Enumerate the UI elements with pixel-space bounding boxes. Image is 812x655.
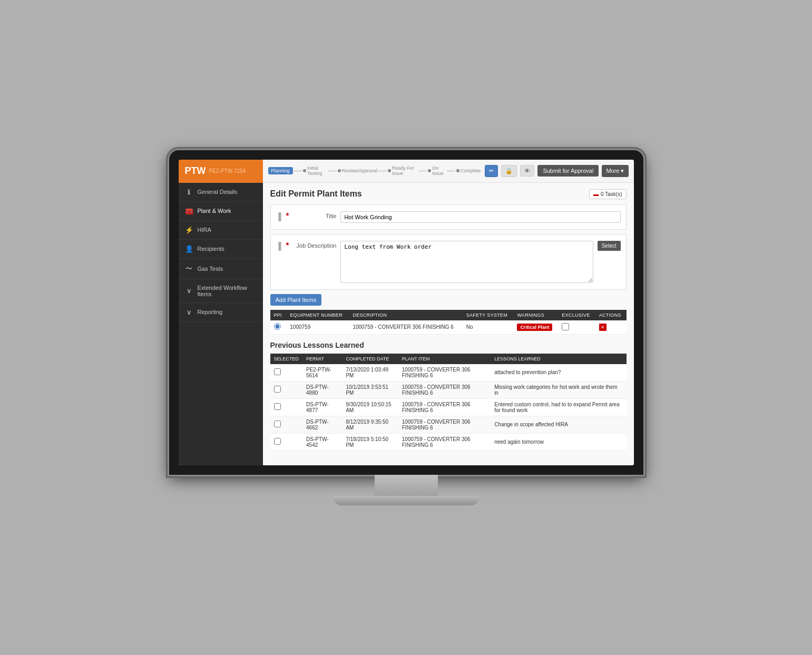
table-row: DS-PTW-4880 10/1/2019 3:53:51 PM 1000759… — [270, 381, 627, 398]
cell-warnings: Critical Plant — [513, 320, 558, 335]
sidebar-item-general-details[interactable]: ℹ General Details — [179, 183, 263, 202]
col-completed-date: COMPLETED DATE — [342, 354, 398, 364]
ppi-radio[interactable] — [274, 323, 281, 330]
table-row: PE2-PTW-5614 7/13/2020 1:03:49 PM 100075… — [270, 364, 627, 382]
cell-lesson-1: attached to prevention plan? — [491, 364, 626, 382]
more-button[interactable]: More ▾ — [602, 165, 628, 177]
cell-permit-4: DS-PTW-4662 — [302, 416, 342, 433]
monitor: PTW PE2-PTW-7254 ℹ General Details 🧰 Pla… — [169, 150, 643, 505]
chevron-down-icon-reporting: ∨ — [185, 308, 193, 316]
cell-lesson-4: Change in scope affected HIRA — [491, 416, 626, 433]
cell-permit-2: DS-PTW-4880 — [302, 381, 342, 398]
drag-handle-title[interactable]: ▐ — [276, 211, 281, 221]
required-star-title: ★ — [285, 211, 290, 217]
lightning-icon: ⚡ — [185, 226, 193, 234]
monitor-screen: PTW PE2-PTW-7254 ℹ General Details 🧰 Pla… — [169, 150, 643, 475]
job-desc-form-row: ▐ ★ Job Description Select — [276, 239, 621, 285]
lesson-checkbox-1[interactable] — [274, 368, 281, 375]
cell-permit-3: DS-PTW-4877 — [302, 398, 342, 416]
lock-button[interactable]: 🔒 — [501, 165, 517, 177]
page-title: Edit Permit Plant Items — [270, 189, 362, 199]
wf-step-initial-label: Initial Testing — [307, 165, 327, 176]
cell-date-5: 7/18/2019 5:10:50 PM — [342, 433, 398, 451]
edit-button[interactable]: ✏ — [485, 165, 498, 177]
sidebar-item-extended-workflow[interactable]: ∨ Extended Workflow Items — [179, 279, 263, 303]
screen-inner: PTW PE2-PTW-7254 ℹ General Details 🧰 Pla… — [179, 160, 634, 465]
cell-exclusive — [558, 320, 595, 335]
wf-line-1 — [294, 171, 302, 171]
permit-id-sidebar: PE2-PTW-7254 — [209, 168, 246, 174]
col-warnings: WARNINGS — [513, 310, 558, 320]
wf-dot-on-issue — [428, 169, 431, 172]
table-row: DS-PTW-4662 8/12/2019 9:35:50 AM 1000759… — [270, 416, 627, 433]
drag-handle-desc[interactable]: ▐ — [276, 241, 281, 250]
logo-text: PTW — [185, 165, 206, 177]
col-selected: SELECTED — [270, 354, 303, 364]
sidebar-logo: PTW PE2-PTW-7254 — [179, 160, 263, 183]
sidebar-navigation: ℹ General Details 🧰 Plant & Work ⚡ HIRA — [179, 183, 263, 465]
lessons-section-title: Previous Lessons Learned — [270, 341, 627, 349]
cell-plant-item-1: 1000759 - CONVERTER 306 FINISHING 6 — [398, 364, 491, 382]
cell-date-1: 7/13/2020 1:03:49 PM — [342, 364, 398, 382]
sidebar-label-gas-tests: Gas Tests — [198, 266, 223, 272]
wf-line-2 — [328, 171, 336, 171]
wf-line-5 — [447, 171, 455, 171]
sidebar-label-plant-work: Plant & Work — [198, 208, 231, 214]
sidebar-item-reporting[interactable]: ∨ Reporting — [179, 303, 263, 322]
cell-selected-4 — [270, 416, 303, 433]
plant-table-header: PPI EQUIPMENT NUMBER DESCRIPTION SAFETY … — [270, 310, 627, 320]
lesson-checkbox-3[interactable] — [274, 403, 281, 410]
person-icon: 👤 — [185, 245, 193, 253]
lessons-table: SELECTED PERMIT COMPLETED DATE PLANT ITE… — [270, 354, 627, 451]
info-icon: ℹ — [185, 188, 193, 196]
cell-lesson-5: need again tomorrow — [491, 433, 626, 451]
required-star-desc: ★ — [285, 241, 290, 247]
lesson-checkbox-5[interactable] — [274, 438, 281, 445]
sidebar-item-hira[interactable]: ⚡ HIRA — [179, 221, 263, 240]
cell-description: 1000759 - CONVERTER 306 FINISHING 6 — [349, 320, 462, 335]
title-input[interactable] — [340, 211, 620, 223]
col-permit: PERMIT — [302, 354, 342, 364]
minus-icon: ▬ — [593, 191, 599, 197]
col-description: DESCRIPTION — [349, 310, 462, 320]
workflow-steps: Planning Initial Testing — [268, 165, 481, 176]
lesson-checkbox-2[interactable] — [274, 386, 281, 393]
sidebar-label-recipients: Recipients — [198, 246, 224, 252]
sidebar-item-plant-work[interactable]: 🧰 Plant & Work — [179, 202, 263, 221]
cell-date-3: 9/30/2019 10:50:15 AM — [342, 398, 398, 416]
lesson-checkbox-4[interactable] — [274, 421, 281, 427]
cell-actions: ✕ — [595, 320, 627, 335]
select-button[interactable]: Select — [598, 241, 621, 251]
col-safety-system: SAFETY SYSTEM — [463, 310, 514, 320]
lessons-table-header: SELECTED PERMIT COMPLETED DATE PLANT ITE… — [270, 354, 627, 364]
exclusive-checkbox[interactable] — [562, 323, 569, 330]
add-plant-items-button[interactable]: Add Plant Items — [270, 294, 322, 306]
cell-selected-1 — [270, 364, 303, 382]
top-bar: Planning Initial Testing — [263, 160, 634, 183]
col-actions: ACTIONS — [595, 310, 627, 320]
title-label: Title — [294, 211, 336, 219]
col-exclusive: EXCLUSIVE — [558, 310, 595, 320]
cell-ppi — [270, 320, 287, 335]
sidebar-label-extended-workflow: Extended Workflow Items — [198, 285, 257, 297]
eye-button[interactable]: 👁 — [520, 165, 534, 177]
cell-selected-5 — [270, 433, 303, 451]
sidebar-item-recipients[interactable]: 👤 Recipients — [179, 240, 263, 259]
job-desc-textarea[interactable] — [340, 241, 593, 283]
cell-safety-system: No — [463, 320, 514, 335]
col-ppi: PPI — [270, 310, 287, 320]
wf-step-complete-label: Complete — [461, 168, 481, 173]
cell-selected-3 — [270, 398, 303, 416]
cell-plant-item-5: 1000759 - CONVERTER 306 FINISHING 6 — [398, 433, 491, 451]
sidebar-item-gas-tests[interactable]: 〜 Gas Tests — [179, 259, 263, 279]
cell-date-2: 10/1/2019 3:53:51 PM — [342, 381, 398, 398]
submit-approval-button[interactable]: Submit for Approval — [537, 165, 599, 177]
monitor-stand-neck — [375, 475, 438, 496]
plant-table-body: 1000759 1000759 - CONVERTER 306 FINISHIN… — [270, 320, 627, 335]
delete-row-button[interactable]: ✕ — [599, 324, 606, 331]
workflow-bar: Planning Initial Testing — [268, 165, 481, 176]
cell-date-4: 8/12/2019 9:35:50 AM — [342, 416, 398, 433]
cell-equipment-number: 1000759 — [286, 320, 349, 335]
wf-step-review: Review/Approval — [338, 168, 378, 173]
chevron-down-icon-workflow: ∨ — [185, 287, 193, 295]
